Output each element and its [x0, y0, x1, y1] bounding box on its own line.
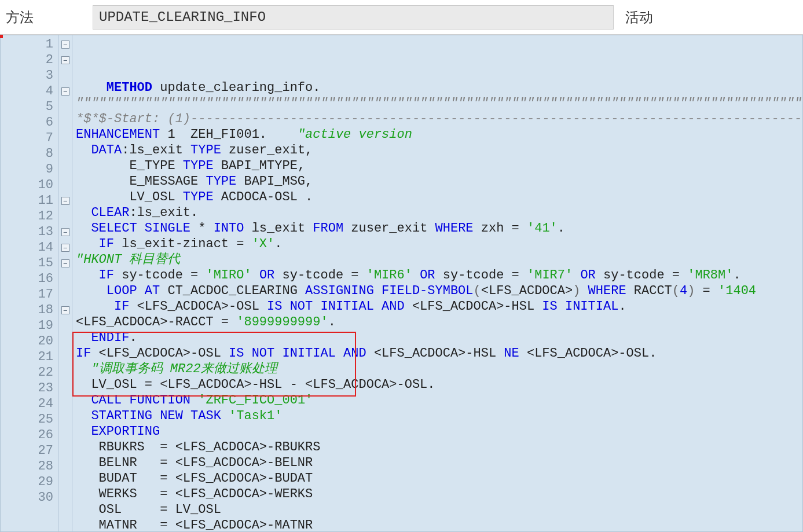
- fold-cell: [58, 162, 72, 177]
- fold-cell: [58, 208, 72, 224]
- fold-cell: [58, 490, 72, 505]
- line-number: 23: [1, 380, 58, 396]
- fold-toggle-icon[interactable]: −: [61, 306, 69, 314]
- fold-cell: [58, 458, 72, 474]
- fold-cell: [58, 349, 72, 365]
- line-number: 6: [1, 115, 58, 130]
- code-line[interactable]: LOOP AT CT_ACDOC_CLEARING ASSIGNING FIEL…: [72, 283, 802, 299]
- fold-gutter: −−−−−−−−: [58, 35, 72, 531]
- line-number: 16: [1, 271, 58, 287]
- code-line[interactable]: MATNR = <LFS_ACDOCA>-MATNR: [72, 518, 802, 531]
- line-number: 5: [1, 99, 58, 115]
- line-number: 10: [1, 177, 58, 193]
- code-line[interactable]: *$*$-Start: (1)-------------------------…: [72, 111, 802, 127]
- fold-cell[interactable]: −: [58, 36, 72, 52]
- fold-cell[interactable]: −: [58, 240, 72, 255]
- code-line[interactable]: CLEAR:ls_exit.: [72, 205, 802, 221]
- line-number: 15: [1, 255, 58, 271]
- line-number: 18: [1, 302, 58, 318]
- fold-cell: [58, 68, 72, 83]
- line-number: 26: [1, 427, 58, 443]
- fold-toggle-icon[interactable]: −: [61, 56, 69, 64]
- line-number: 30: [1, 490, 58, 505]
- code-line[interactable]: """"""""""""""""""""""""""""""""""""""""…: [72, 96, 802, 111]
- code-line[interactable]: METHOD update_clearing_info.: [72, 80, 802, 96]
- header-bar: 方法 活动: [0, 0, 803, 35]
- line-number: 4: [1, 83, 58, 99]
- line-number: 14: [1, 240, 58, 255]
- code-content-area[interactable]: METHOD update_clearing_info.""""""""""""…: [72, 35, 802, 531]
- code-line[interactable]: IF <LFS_ACDOCA>-OSL IS NOT INITIAL AND <…: [72, 346, 802, 361]
- code-line[interactable]: ENHANCEMENT 1 ZEH_FI001. "active version: [72, 127, 802, 142]
- code-line[interactable]: RBUKRS = <LFS_ACDOCA>-RBUKRS: [72, 439, 802, 455]
- code-line[interactable]: CALL FUNCTION 'ZRFC_FICO_001': [72, 392, 802, 408]
- code-line[interactable]: BELNR = <LFS_ACDOCA>-BELNR: [72, 455, 802, 471]
- code-line[interactable]: <LFS_ACDOCA>-RACCT = '8999999999'.: [72, 314, 802, 330]
- activity-label: 活动: [625, 8, 653, 27]
- code-line[interactable]: ENDIF.: [72, 330, 802, 346]
- code-line[interactable]: "HKONT 科目替代: [72, 252, 802, 267]
- code-line[interactable]: BUDAT = <LFS_ACDOCA>-BUDAT: [72, 471, 802, 486]
- fold-cell[interactable]: −: [58, 255, 72, 271]
- line-number: 2: [1, 52, 58, 68]
- code-line[interactable]: SELECT SINGLE * INTO ls_exit FROM zuser_…: [72, 221, 802, 236]
- code-line[interactable]: E_TYPE TYPE BAPI_MTYPE,: [72, 158, 802, 174]
- line-number: 27: [1, 443, 58, 458]
- fold-cell: [58, 115, 72, 130]
- fold-toggle-icon[interactable]: −: [61, 259, 69, 267]
- code-line[interactable]: STARTING NEW TASK 'Task1': [72, 408, 802, 424]
- line-number: 29: [1, 474, 58, 490]
- fold-cell: [58, 443, 72, 458]
- fold-cell[interactable]: −: [58, 302, 72, 318]
- fold-cell: [58, 146, 72, 162]
- fold-toggle-icon[interactable]: −: [61, 41, 69, 49]
- fold-cell: [58, 130, 72, 146]
- fold-cell: [58, 396, 72, 412]
- fold-cell: [58, 318, 72, 333]
- fold-cell: [58, 287, 72, 302]
- fold-toggle-icon[interactable]: −: [61, 228, 69, 236]
- line-number: 22: [1, 365, 58, 380]
- code-line[interactable]: DATA:ls_exit TYPE zuser_exit,: [72, 142, 802, 158]
- fold-toggle-icon[interactable]: −: [61, 244, 69, 252]
- line-number-gutter: 1234567891011121314151617181920212223242…: [1, 35, 58, 531]
- line-number: 25: [1, 412, 58, 427]
- line-number: 3: [1, 68, 58, 83]
- line-number: 13: [1, 224, 58, 240]
- line-number: 1: [1, 36, 58, 52]
- line-number: 8: [1, 146, 58, 162]
- line-number: 19: [1, 318, 58, 333]
- fold-toggle-icon[interactable]: −: [61, 87, 69, 96]
- method-label: 方法: [6, 8, 87, 27]
- fold-cell[interactable]: −: [58, 52, 72, 68]
- fold-cell: [58, 271, 72, 287]
- code-editor[interactable]: 1234567891011121314151617181920212223242…: [0, 35, 803, 532]
- code-line[interactable]: WERKS = <LFS_ACDOCA>-WERKS: [72, 486, 802, 502]
- fold-cell[interactable]: −: [58, 224, 72, 240]
- line-number: 7: [1, 130, 58, 146]
- code-line[interactable]: OSL = LV_OSL: [72, 502, 802, 518]
- line-number: 9: [1, 162, 58, 177]
- line-number: 12: [1, 208, 58, 224]
- fold-cell: [58, 427, 72, 443]
- fold-toggle-icon[interactable]: −: [61, 197, 69, 205]
- code-line[interactable]: IF ls_exit-zinact = 'X'.: [72, 236, 802, 252]
- line-number: 17: [1, 287, 58, 302]
- fold-cell[interactable]: −: [58, 83, 72, 99]
- code-line[interactable]: IF <LFS_ACDOCA>-OSL IS NOT INITIAL AND <…: [72, 299, 802, 314]
- fold-cell: [58, 412, 72, 427]
- fold-cell: [58, 380, 72, 396]
- code-line[interactable]: LV_OSL = <LFS_ACDOCA>-HSL - <LFS_ACDOCA>…: [72, 377, 802, 392]
- line-number: 24: [1, 396, 58, 412]
- code-line[interactable]: IF sy-tcode = 'MIRO' OR sy-tcode = 'MIR6…: [72, 267, 802, 283]
- code-line[interactable]: "调取事务码 MR22来做过账处理: [72, 361, 802, 377]
- code-line[interactable]: E_MESSAGE TYPE BAPI_MSG,: [72, 174, 802, 189]
- code-line[interactable]: LV_OSL TYPE ACDOCA-OSL .: [72, 189, 802, 205]
- fold-cell: [58, 474, 72, 490]
- method-name-input[interactable]: [93, 5, 614, 30]
- code-line[interactable]: EXPORTING: [72, 424, 802, 439]
- fold-cell: [58, 99, 72, 115]
- fold-cell[interactable]: −: [58, 193, 72, 208]
- line-number: 20: [1, 333, 58, 349]
- line-number: 28: [1, 458, 58, 474]
